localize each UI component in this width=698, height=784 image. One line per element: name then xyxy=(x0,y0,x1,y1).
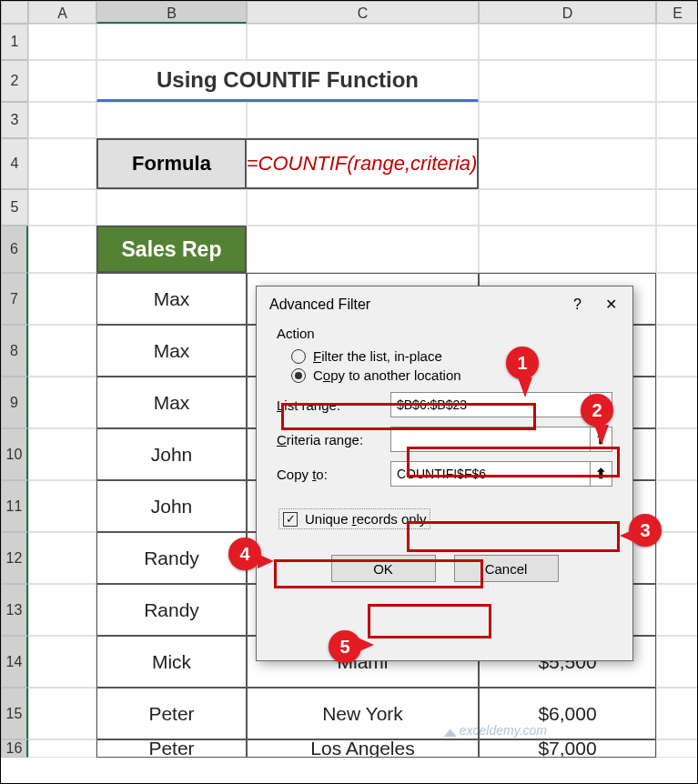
cell-b8[interactable]: Max xyxy=(96,325,247,377)
colhdr-e[interactable]: E xyxy=(656,1,698,24)
cell-e6[interactable] xyxy=(656,226,698,273)
table-header-salesrep: Sales Rep xyxy=(96,226,247,273)
rowhdr-6[interactable]: 6 xyxy=(1,226,28,273)
cell-a4[interactable] xyxy=(28,138,96,189)
cell-d3[interactable] xyxy=(479,102,656,138)
action-label: Action xyxy=(277,326,612,341)
rowhdr-3[interactable]: 3 xyxy=(1,102,28,138)
colhdr-d[interactable]: D xyxy=(479,1,656,24)
rowhdr-9[interactable]: 9 xyxy=(1,377,28,428)
radio-filter-in-place[interactable]: Filter the list, in-place xyxy=(291,348,612,364)
rowhdr-5[interactable]: 5 xyxy=(1,189,28,226)
cell-e2[interactable] xyxy=(479,60,656,102)
cell-e3[interactable] xyxy=(656,102,698,138)
cell-c3[interactable] xyxy=(247,102,479,138)
list-range-input[interactable]: $B$6:$B$23 xyxy=(390,392,591,417)
checkmark-icon: ✓ xyxy=(283,512,298,527)
radio1-label: Filter the list, in-place xyxy=(313,348,442,364)
range-picker-icon[interactable]: ⬆ xyxy=(591,461,612,487)
cell-b16[interactable]: Peter xyxy=(96,739,247,758)
cell-c6[interactable] xyxy=(247,226,479,273)
corner-cell[interactable] xyxy=(1,1,28,24)
close-icon[interactable]: ✕ xyxy=(602,296,620,313)
cell-e15[interactable] xyxy=(656,688,698,739)
cell-a16[interactable] xyxy=(28,739,96,758)
cell-e10[interactable] xyxy=(656,428,698,480)
rowhdr-16[interactable]: 16 xyxy=(1,739,28,758)
cell-d5[interactable] xyxy=(479,189,656,226)
cell-e1[interactable] xyxy=(656,24,698,60)
cell-d1[interactable] xyxy=(479,24,656,60)
cell-a5[interactable] xyxy=(28,189,96,226)
cell-e13[interactable] xyxy=(656,584,698,636)
cell-a9[interactable] xyxy=(28,377,96,428)
cell-d16[interactable]: $7,000 xyxy=(479,739,656,758)
cell-b12[interactable]: Randy xyxy=(96,532,247,584)
cell-b5[interactable] xyxy=(96,189,247,226)
cell-e11[interactable] xyxy=(656,480,698,532)
rowhdr-13[interactable]: 13 xyxy=(1,584,28,636)
rowhdr-7[interactable]: 7 xyxy=(1,273,28,325)
cell-a10[interactable] xyxy=(28,428,96,480)
cell-c5[interactable] xyxy=(247,189,479,226)
cell-a8[interactable] xyxy=(28,325,96,377)
dialog-title: Advanced Filter xyxy=(269,297,573,313)
cell-d4[interactable] xyxy=(479,138,656,189)
colhdr-c[interactable]: C xyxy=(247,1,479,24)
cell-b15[interactable]: Peter xyxy=(96,688,247,739)
cell-a2[interactable] xyxy=(28,60,96,102)
cell-b14[interactable]: Mick xyxy=(96,636,247,688)
cell-a1[interactable] xyxy=(28,24,96,60)
rowhdr-11[interactable]: 11 xyxy=(1,480,28,532)
cell-b9[interactable]: Max xyxy=(96,377,247,428)
cell-a13[interactable] xyxy=(28,584,96,636)
cell-a14[interactable] xyxy=(28,636,96,688)
cell-e9[interactable] xyxy=(656,377,698,428)
unique-records-checkbox[interactable]: ✓ Unique records only xyxy=(278,508,430,529)
radio-copy-another[interactable]: Copy to another location xyxy=(291,367,612,383)
cell-a12[interactable] xyxy=(28,532,96,584)
copy-to-input[interactable]: COUNTIF!$F$6 xyxy=(390,461,591,487)
cell-e5[interactable] xyxy=(656,189,698,226)
criteria-range-input[interactable] xyxy=(390,427,591,452)
colhdr-b[interactable]: B xyxy=(96,1,247,24)
cell-a6[interactable] xyxy=(28,226,96,273)
cell-a11[interactable] xyxy=(28,480,96,532)
cell-e16[interactable] xyxy=(656,739,698,758)
cell-f2-pad[interactable] xyxy=(656,60,698,102)
cell-a7[interactable] xyxy=(28,273,96,325)
copy-to-label: Copy to: xyxy=(277,467,390,482)
cell-b11[interactable]: John xyxy=(96,480,247,532)
cell-b3[interactable] xyxy=(96,102,247,138)
cell-c1[interactable] xyxy=(247,24,479,60)
cell-e4[interactable] xyxy=(656,138,698,189)
cell-e7[interactable] xyxy=(656,273,698,325)
cell-b1[interactable] xyxy=(96,24,247,60)
rowhdr-1[interactable]: 1 xyxy=(1,24,28,60)
cell-e12[interactable] xyxy=(656,532,698,584)
rowhdr-10[interactable]: 10 xyxy=(1,428,28,480)
rowhdr-8[interactable]: 8 xyxy=(1,325,28,377)
radio-icon xyxy=(291,349,306,364)
cell-b13[interactable]: Randy xyxy=(96,584,247,636)
watermark: exceldemy.com xyxy=(444,723,547,738)
cell-b10[interactable]: John xyxy=(96,428,247,480)
callout-2: 2 xyxy=(581,394,613,427)
cell-c16[interactable]: Los Angeles xyxy=(247,739,479,758)
rowhdr-4[interactable]: 4 xyxy=(1,138,28,189)
rowhdr-15[interactable]: 15 xyxy=(1,688,28,739)
colhdr-a[interactable]: A xyxy=(28,1,96,24)
rowhdr-14[interactable]: 14 xyxy=(1,636,28,688)
cancel-button[interactable]: Cancel xyxy=(454,555,559,582)
callout-tail xyxy=(258,554,274,568)
cell-a15[interactable] xyxy=(28,688,96,739)
cell-b7[interactable]: Max xyxy=(96,273,247,325)
help-icon[interactable]: ? xyxy=(573,297,582,313)
cell-e14[interactable] xyxy=(656,636,698,688)
rowhdr-2[interactable]: 2 xyxy=(1,60,28,102)
ok-button[interactable]: OK xyxy=(331,555,436,582)
cell-e8[interactable] xyxy=(656,325,698,377)
cell-a3[interactable] xyxy=(28,102,96,138)
rowhdr-12[interactable]: 12 xyxy=(1,532,28,584)
cell-d6[interactable] xyxy=(479,226,656,273)
